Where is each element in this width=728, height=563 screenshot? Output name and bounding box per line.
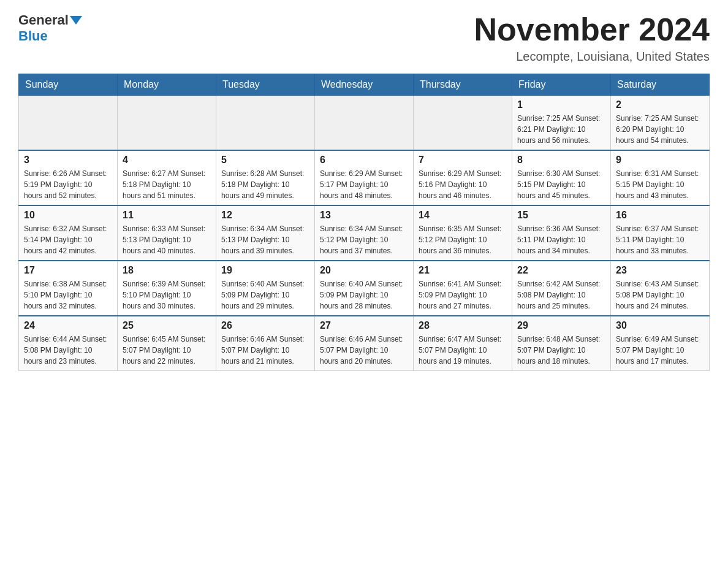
col-wednesday: Wednesday <box>315 74 414 96</box>
day-info: Sunrise: 6:44 AM Sunset: 5:08 PM Dayligh… <box>24 334 112 367</box>
day-info: Sunrise: 6:33 AM Sunset: 5:13 PM Dayligh… <box>123 223 211 256</box>
day-info: Sunrise: 6:29 AM Sunset: 5:16 PM Dayligh… <box>419 168 507 201</box>
title-block: November 2024 Lecompte, Louisiana, Unite… <box>474 12 710 64</box>
day-info: Sunrise: 6:32 AM Sunset: 5:14 PM Dayligh… <box>24 223 112 256</box>
table-cell: 13Sunrise: 6:34 AM Sunset: 5:12 PM Dayli… <box>315 205 414 261</box>
day-number: 30 <box>616 320 704 331</box>
day-number: 23 <box>616 265 704 276</box>
week-row-2: 3Sunrise: 6:26 AM Sunset: 5:19 PM Daylig… <box>19 150 710 205</box>
week-row-5: 24Sunrise: 6:44 AM Sunset: 5:08 PM Dayli… <box>19 316 710 371</box>
day-info: Sunrise: 6:46 AM Sunset: 5:07 PM Dayligh… <box>221 334 309 367</box>
day-info: Sunrise: 6:45 AM Sunset: 5:07 PM Dayligh… <box>123 334 211 367</box>
month-title: November 2024 <box>474 12 710 47</box>
table-cell: 1Sunrise: 7:25 AM Sunset: 6:21 PM Daylig… <box>512 96 611 151</box>
table-cell: 12Sunrise: 6:34 AM Sunset: 5:13 PM Dayli… <box>216 205 315 261</box>
day-info: Sunrise: 6:41 AM Sunset: 5:09 PM Dayligh… <box>419 278 507 312</box>
day-info: Sunrise: 6:43 AM Sunset: 5:08 PM Dayligh… <box>616 278 704 312</box>
day-info: Sunrise: 6:46 AM Sunset: 5:07 PM Dayligh… <box>320 334 408 367</box>
day-info: Sunrise: 6:48 AM Sunset: 5:07 PM Dayligh… <box>517 334 605 367</box>
logo-blue-text: Blue <box>18 28 48 44</box>
calendar-table: Sunday Monday Tuesday Wednesday Thursday… <box>18 74 710 371</box>
day-info: Sunrise: 6:30 AM Sunset: 5:15 PM Dayligh… <box>517 168 605 201</box>
day-info: Sunrise: 6:47 AM Sunset: 5:07 PM Dayligh… <box>419 334 507 367</box>
day-info: Sunrise: 6:27 AM Sunset: 5:18 PM Dayligh… <box>123 168 211 201</box>
day-info: Sunrise: 7:25 AM Sunset: 6:21 PM Dayligh… <box>517 113 605 146</box>
day-number: 27 <box>320 320 408 331</box>
day-info: Sunrise: 7:25 AM Sunset: 6:20 PM Dayligh… <box>616 113 704 146</box>
day-number: 1 <box>517 99 605 110</box>
table-cell: 26Sunrise: 6:46 AM Sunset: 5:07 PM Dayli… <box>216 316 315 371</box>
day-number: 7 <box>419 155 507 166</box>
day-number: 13 <box>320 210 408 221</box>
day-info: Sunrise: 6:37 AM Sunset: 5:11 PM Dayligh… <box>616 223 704 256</box>
day-info: Sunrise: 6:29 AM Sunset: 5:17 PM Dayligh… <box>320 168 408 201</box>
day-number: 15 <box>517 210 605 221</box>
day-number: 21 <box>419 265 507 276</box>
col-thursday: Thursday <box>414 74 512 96</box>
col-monday: Monday <box>118 74 216 96</box>
table-cell <box>118 96 216 151</box>
day-info: Sunrise: 6:42 AM Sunset: 5:08 PM Dayligh… <box>517 278 605 312</box>
day-info: Sunrise: 6:36 AM Sunset: 5:11 PM Dayligh… <box>517 223 605 256</box>
table-cell: 24Sunrise: 6:44 AM Sunset: 5:08 PM Dayli… <box>19 316 118 371</box>
day-number: 6 <box>320 155 408 166</box>
table-cell: 22Sunrise: 6:42 AM Sunset: 5:08 PM Dayli… <box>512 261 611 316</box>
day-number: 5 <box>221 155 309 166</box>
col-tuesday: Tuesday <box>216 74 315 96</box>
day-number: 25 <box>123 320 211 331</box>
day-number: 22 <box>517 265 605 276</box>
day-info: Sunrise: 6:49 AM Sunset: 5:07 PM Dayligh… <box>616 334 704 367</box>
table-cell: 3Sunrise: 6:26 AM Sunset: 5:19 PM Daylig… <box>19 150 118 205</box>
day-info: Sunrise: 6:39 AM Sunset: 5:10 PM Dayligh… <box>123 278 211 312</box>
table-cell: 28Sunrise: 6:47 AM Sunset: 5:07 PM Dayli… <box>414 316 512 371</box>
logo: General Blue <box>18 12 82 44</box>
table-cell: 20Sunrise: 6:40 AM Sunset: 5:09 PM Dayli… <box>315 261 414 316</box>
col-sunday: Sunday <box>19 74 118 96</box>
day-number: 19 <box>221 265 309 276</box>
col-friday: Friday <box>512 74 611 96</box>
day-number: 4 <box>123 155 211 166</box>
day-number: 26 <box>221 320 309 331</box>
table-cell: 9Sunrise: 6:31 AM Sunset: 5:15 PM Daylig… <box>611 150 710 205</box>
day-info: Sunrise: 6:34 AM Sunset: 5:12 PM Dayligh… <box>320 223 408 256</box>
table-cell <box>216 96 315 151</box>
day-number: 29 <box>517 320 605 331</box>
day-number: 20 <box>320 265 408 276</box>
table-cell: 18Sunrise: 6:39 AM Sunset: 5:10 PM Dayli… <box>118 261 216 316</box>
day-number: 10 <box>24 210 112 221</box>
location-text: Lecompte, Louisiana, United States <box>474 50 710 64</box>
day-info: Sunrise: 6:35 AM Sunset: 5:12 PM Dayligh… <box>419 223 507 256</box>
day-number: 14 <box>419 210 507 221</box>
table-cell: 30Sunrise: 6:49 AM Sunset: 5:07 PM Dayli… <box>611 316 710 371</box>
day-info: Sunrise: 6:34 AM Sunset: 5:13 PM Dayligh… <box>221 223 309 256</box>
table-cell: 16Sunrise: 6:37 AM Sunset: 5:11 PM Dayli… <box>611 205 710 261</box>
day-number: 8 <box>517 155 605 166</box>
day-number: 28 <box>419 320 507 331</box>
logo-triangle-icon <box>70 16 82 25</box>
table-cell: 23Sunrise: 6:43 AM Sunset: 5:08 PM Dayli… <box>611 261 710 316</box>
day-number: 17 <box>24 265 112 276</box>
table-cell: 4Sunrise: 6:27 AM Sunset: 5:18 PM Daylig… <box>118 150 216 205</box>
page-header: General Blue November 2024 Lecompte, Lou… <box>18 12 710 64</box>
day-number: 3 <box>24 155 112 166</box>
day-number: 2 <box>616 99 704 110</box>
table-cell: 2Sunrise: 7:25 AM Sunset: 6:20 PM Daylig… <box>611 96 710 151</box>
table-cell: 25Sunrise: 6:45 AM Sunset: 5:07 PM Dayli… <box>118 316 216 371</box>
table-cell: 15Sunrise: 6:36 AM Sunset: 5:11 PM Dayli… <box>512 205 611 261</box>
col-saturday: Saturday <box>611 74 710 96</box>
day-number: 24 <box>24 320 112 331</box>
day-info: Sunrise: 6:40 AM Sunset: 5:09 PM Dayligh… <box>221 278 309 312</box>
logo-general-text: General <box>18 12 69 28</box>
day-info: Sunrise: 6:40 AM Sunset: 5:09 PM Dayligh… <box>320 278 408 312</box>
table-cell: 14Sunrise: 6:35 AM Sunset: 5:12 PM Dayli… <box>414 205 512 261</box>
day-info: Sunrise: 6:26 AM Sunset: 5:19 PM Dayligh… <box>24 168 112 201</box>
table-cell: 5Sunrise: 6:28 AM Sunset: 5:18 PM Daylig… <box>216 150 315 205</box>
table-cell: 10Sunrise: 6:32 AM Sunset: 5:14 PM Dayli… <box>19 205 118 261</box>
table-cell: 7Sunrise: 6:29 AM Sunset: 5:16 PM Daylig… <box>414 150 512 205</box>
table-cell: 27Sunrise: 6:46 AM Sunset: 5:07 PM Dayli… <box>315 316 414 371</box>
week-row-4: 17Sunrise: 6:38 AM Sunset: 5:10 PM Dayli… <box>19 261 710 316</box>
day-number: 11 <box>123 210 211 221</box>
table-cell: 21Sunrise: 6:41 AM Sunset: 5:09 PM Dayli… <box>414 261 512 316</box>
table-cell: 29Sunrise: 6:48 AM Sunset: 5:07 PM Dayli… <box>512 316 611 371</box>
day-info: Sunrise: 6:28 AM Sunset: 5:18 PM Dayligh… <box>221 168 309 201</box>
